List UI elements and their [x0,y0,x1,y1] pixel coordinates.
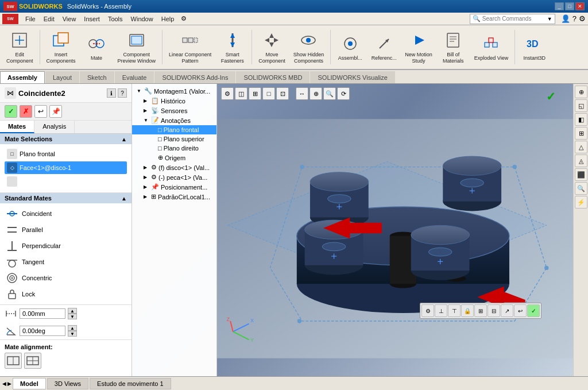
tool-insert-components[interactable]: InsertComponents [44,28,79,66]
rs-btn-5[interactable]: △ [575,141,587,153]
cancel-button[interactable]: ✗ [20,105,32,118]
menu-file[interactable]: File [22,14,39,24]
mt-btn-tool[interactable]: ⚙ [421,304,434,317]
tree-item-montagem[interactable]: ▼ 🔧 Montagem1 (Valor... [132,86,216,96]
tool-move-component[interactable]: MoveComponent [256,28,288,66]
tree-item-peca1[interactable]: ▶ ⚙ (-) peca<1> (Va... [132,172,216,182]
tree-item-historico[interactable]: ▶ 📋 Histórico [132,96,216,106]
viewport[interactable]: ⚙ ◫ ⊞ □ ⊡ ↔ ⊕ 🔍 ⟳ ▼ 🔧 Montagem1 (Valor..… [132,84,573,376]
selection-item-3[interactable] [5,175,127,188]
tool-new-motion[interactable]: New MotionStudy [402,28,435,66]
tool-instant3d[interactable]: 3D Instant3D [519,32,550,63]
mt-btn-confirm[interactable]: ✓ [527,304,540,317]
help-button[interactable]: ? [118,88,127,98]
tab-analysis[interactable]: Analysis [34,121,75,133]
mt-btn-expand[interactable]: ↗ [501,304,513,317]
dropdown-icon[interactable]: ▼ [547,16,552,22]
tree-item-plano-direito[interactable]: □ Plano direito [132,144,216,153]
menu-view[interactable]: View [59,14,80,24]
rs-btn-1[interactable]: ⊕ [575,86,587,98]
align-btn-2[interactable] [24,353,41,369]
mt-btn-undo[interactable]: ↩ [514,304,527,317]
tool-exploded-view[interactable]: Exploded View [471,32,511,63]
tool-bill-materials[interactable]: Bill ofMaterials [438,28,469,66]
mate-tangent[interactable]: Tangent [5,254,127,270]
tab-solidworks-addins[interactable]: SOLIDWORKS Add-Ins [154,71,235,83]
rs-btn-3[interactable]: ◧ [575,113,587,126]
vp-btn-8[interactable]: 🔍 [323,87,336,100]
distance-up[interactable]: ▲ [68,308,77,314]
vp-confirm-icon[interactable]: ✓ [546,90,556,103]
tree-item-sensores[interactable]: ▶ 📡 Sensores [132,106,216,115]
tool-mate[interactable]: Mate [81,32,113,63]
command-search[interactable]: 🔍 ▼ [470,14,555,24]
tab-sketch[interactable]: Sketch [80,71,114,83]
rs-btn-8[interactable]: 🔍 [575,182,587,195]
mate-lock[interactable]: Lock [5,286,127,302]
mate-concentric[interactable]: Concentric [5,270,127,286]
mate-selections-title[interactable]: Mate Selections ▲ [0,134,131,144]
tool-show-hidden[interactable]: Show HiddenComponents [291,28,327,66]
tree-item-origem[interactable]: ⊕ Origem [132,153,216,163]
distance-input[interactable] [20,308,65,319]
rs-btn-6[interactable]: ◬ [575,155,587,167]
tool-smart-fasteners[interactable]: SmartFasteners [216,28,248,66]
question-icon[interactable]: ? [572,14,577,23]
info-button[interactable]: ℹ [107,88,116,98]
mt-btn-horiz[interactable]: ⊤ [448,304,461,317]
tool-edit-component[interactable]: EditComponent [3,28,36,66]
distance-down[interactable]: ▼ [68,314,77,319]
tab-evaluate[interactable]: Evaluate [115,71,154,83]
menu-tools[interactable]: Tools [105,14,126,24]
tab-layout[interactable]: Layout [45,71,79,83]
vp-btn-1[interactable]: ⚙ [221,87,234,100]
rs-btn-9[interactable]: ⚡ [575,196,587,208]
viewport-canvas[interactable]: X Y Z [217,101,573,376]
angle-up[interactable]: ▲ [68,325,77,331]
minimize-btn[interactable]: _ [555,2,564,10]
btab-3dviews[interactable]: 3D Views [47,378,88,389]
menu-window[interactable]: Window [127,14,157,24]
mt-btn-lock[interactable]: 🔒 [461,304,474,317]
scroll-left-icon[interactable]: ◀ [2,381,6,387]
btab-estudo[interactable]: Estudo de movimento 1 [90,378,171,389]
tool-reference[interactable]: Referenc... [368,32,400,63]
mt-btn-equal[interactable]: ⊞ [474,304,487,317]
vp-btn-3[interactable]: ⊞ [249,87,261,100]
menu-insert[interactable]: Insert [80,14,103,24]
tab-solidworks-mbd[interactable]: SOLIDWORKS MBD [236,71,310,83]
mate-coincident[interactable]: Coincident [5,206,127,222]
confirm-button[interactable]: ✓ [5,105,17,118]
btab-model[interactable]: Model [13,378,46,389]
close-btn[interactable]: ✕ [575,2,585,10]
mt-btn-perp[interactable]: ⊥ [435,304,447,317]
tree-item-padrao[interactable]: ▶ ⊞ PadrãoCirLocal1... [132,192,216,202]
maximize-btn[interactable]: □ [565,2,574,10]
vp-btn-5[interactable]: ⊡ [276,87,289,100]
mate-parallel[interactable]: Parallel [5,222,127,238]
tab-mates[interactable]: Mates [0,121,34,133]
distance-spinner[interactable]: ▲ ▼ [68,308,77,319]
tab-solidworks-visualize[interactable]: SOLIDWORKS Visualize [310,71,394,83]
user-icon[interactable]: 👤 [561,14,570,23]
tab-assembly[interactable]: Assembly [0,71,45,83]
settings-icon[interactable]: ⚙ [579,14,586,23]
angle-input[interactable] [20,326,65,336]
vp-btn-9[interactable]: ⟳ [337,87,350,100]
menu-edit[interactable]: Edit [40,14,58,24]
pin-button[interactable]: 📌 [49,105,62,118]
tree-item-plano-frontal[interactable]: □ Plano frontal [132,125,216,134]
rs-btn-7[interactable]: ⬛ [575,168,587,181]
scroll-right-icon[interactable]: ▶ [7,381,11,387]
tool-assembly[interactable]: Assembl... [334,32,366,63]
angle-down[interactable]: ▼ [68,331,77,337]
vp-btn-6[interactable]: ↔ [296,87,308,100]
tree-item-plano-superior[interactable]: □ Plano superior [132,134,216,144]
tool-linear-pattern[interactable]: Linear ComponentPattern [166,28,214,66]
selection-item-1[interactable]: □ Plano frontal [5,148,127,160]
vp-btn-7[interactable]: ⊕ [310,87,322,100]
menu-help[interactable]: Help [158,14,178,24]
align-btn-1[interactable] [5,353,22,369]
vp-btn-2[interactable]: ◫ [235,87,247,100]
search-input[interactable] [482,16,546,22]
